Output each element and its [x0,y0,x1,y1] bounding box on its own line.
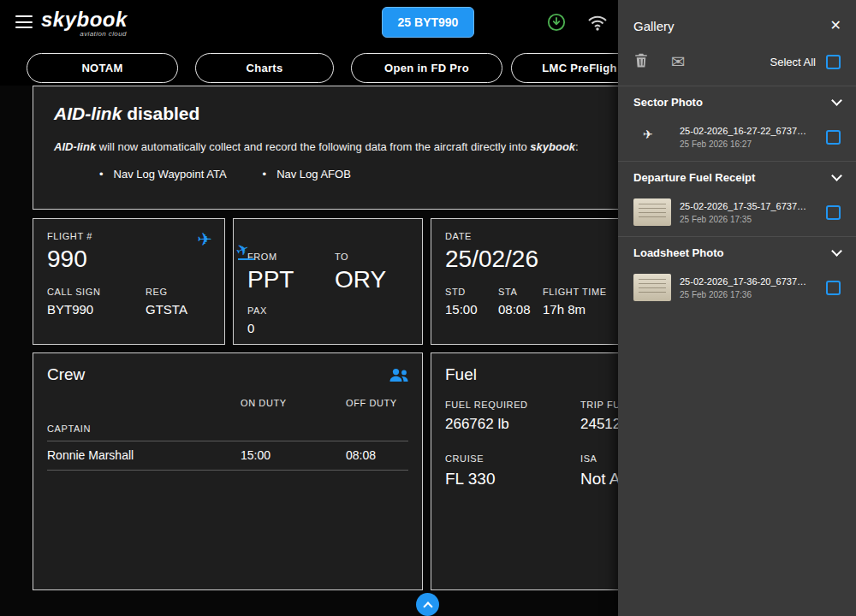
logo-tagline: aviation cloud [80,30,127,38]
aid-link-desc-body: will now automatically collect and recor… [96,140,530,153]
skybook-logo: skybook aviation cloud [41,8,128,32]
gallery-section-loadsheet-photo[interactable]: Loadsheet Photo [618,236,856,267]
captain-off-duty: 08:08 [346,448,408,462]
select-all-label: Select All [770,56,816,68]
from-value: PPT [247,266,335,293]
to-label: TO [335,252,386,262]
flight-time-value: 17h 8m [543,302,607,317]
logo-text: skybook [41,8,128,31]
gallery-section-sector-photo[interactable]: Sector Photo [618,86,856,116]
crew-title: Crew [47,365,408,384]
sta-value: 08:08 [498,302,543,317]
app-root: skybook aviation cloud 25 BYT990 NOTAM C… [0,0,856,616]
gallery-actions: Select All [618,34,856,86]
gallery-item: 25-02-2026_16-27-22_6737… 25 Feb 2026 16… [618,116,856,161]
airplane-icon [197,229,212,250]
gallery-panel: Gallery Select All Sector Photo 25-02-20… [618,0,856,616]
cruise-label: CRUISE [445,453,580,464]
aid-link-brand: AID-link [54,104,122,123]
loadsheet-thumbnail[interactable] [633,274,671,301]
pax-label: PAX [247,305,408,316]
menu-icon[interactable] [15,15,33,28]
open-fd-pro-button[interactable]: Open in FD Pro [351,53,502,83]
pax-value: 0 [247,321,408,335]
chevron-down-icon [831,170,842,181]
aid-link-desc-colon: : [575,140,579,153]
item-filename: 25-02-2026_17-36-20_6737… [680,276,806,287]
trash-icon[interactable] [633,52,649,72]
fuel-required-value: 266762 lb [445,416,580,433]
section-title: Departure Fuel Receipt [633,171,755,184]
gallery-item: 25-02-2026_17-36-20_6737… 25 Feb 2026 17… [618,267,856,311]
bullet-item: Nav Log AFOB [263,168,351,181]
gallery-title: Gallery [633,19,675,33]
item-date: 25 Feb 2026 17:35 [680,215,806,224]
from-label: FROM [247,252,335,262]
item-checkbox[interactable] [826,281,841,295]
receipt-thumbnail[interactable] [633,198,671,226]
flight-selector-label: 25 BYT990 [398,15,459,29]
item-checkbox[interactable] [826,205,841,220]
reg-label: REG [146,287,187,297]
crew-card: Crew ON DUTY OFF DUTY CAPTAIN Ronnie Mar… [33,352,423,590]
item-filename: 25-02-2026_17-35-17_6737… [680,201,806,211]
on-duty-label: ON DUTY [241,398,346,408]
flight-time-label: FLIGHT TIME [543,287,607,297]
item-filename: 25-02-2026_16-27-22_6737… [680,126,806,136]
captain-name: Ronnie Marshall [47,448,241,462]
captain-on-duty: 15:00 [241,448,346,462]
notam-label: NOTAM [81,62,122,74]
sta-label: STA [498,287,543,297]
notam-button[interactable]: NOTAM [27,53,178,83]
flight-selector-button[interactable]: 25 BYT990 [382,7,474,38]
aid-link-desc-brand: AID-link [54,140,96,153]
call-sign-value: BYT990 [47,302,146,317]
gallery-item: 25-02-2026_17-35-17_6737… 25 Feb 2026 17… [618,192,856,236]
fuel-required-label: FUEL REQUIRED [445,400,580,410]
call-sign-label: CALL SIGN [47,287,146,297]
chevron-down-icon [831,246,842,257]
crew-row-captain: Ronnie Marshall 15:00 08:08 [47,441,408,471]
charts-label: Charts [247,62,283,74]
takeoff-icon [235,241,258,262]
chevron-up-icon [423,601,432,611]
aid-link-title-rest: disabled [127,104,199,123]
std-value: 15:00 [445,302,498,317]
item-date: 25 Feb 2026 17:36 [680,290,806,299]
bullet-item: Nav Log Waypoint ATA [99,168,227,181]
scroll-up-button[interactable] [416,593,439,616]
photo-thumbnail[interactable] [633,123,671,151]
off-duty-label: OFF DUTY [346,398,408,408]
flight-number-label: FLIGHT # [47,231,211,241]
cruise-value: FL 330 [445,470,580,489]
gallery-section-departure-fuel-receipt[interactable]: Departure Fuel Receipt [618,161,856,192]
reg-value: GTSTA [146,302,187,317]
section-title: Loadsheet Photo [633,246,723,259]
aid-link-desc-skybook: skybook [530,140,575,153]
open-fd-pro-label: Open in FD Pro [384,62,469,74]
chevron-down-icon [831,95,842,106]
download-icon[interactable] [547,13,566,35]
section-title: Sector Photo [633,96,703,109]
select-all-checkbox[interactable] [826,55,841,69]
wifi-icon [587,15,608,35]
item-date: 25 Feb 2026 16:27 [680,139,806,149]
charts-button[interactable]: Charts [195,53,334,83]
to-value: ORY [335,266,386,293]
mail-icon[interactable] [671,51,686,72]
captain-label: CAPTAIN [47,424,408,434]
lmc-preflight-label: LMC PreFligh [542,62,616,74]
close-icon[interactable] [830,17,841,33]
flight-number-value: 990 [47,246,211,273]
flight-number-card: FLIGHT # 990 CALL SIGN BYT990 REG GTSTA [33,218,225,345]
route-card: FROM PPT TO ORY PAX 0 [233,218,423,345]
std-label: STD [445,287,498,297]
crew-icon [388,367,410,387]
item-checkbox[interactable] [826,130,841,145]
